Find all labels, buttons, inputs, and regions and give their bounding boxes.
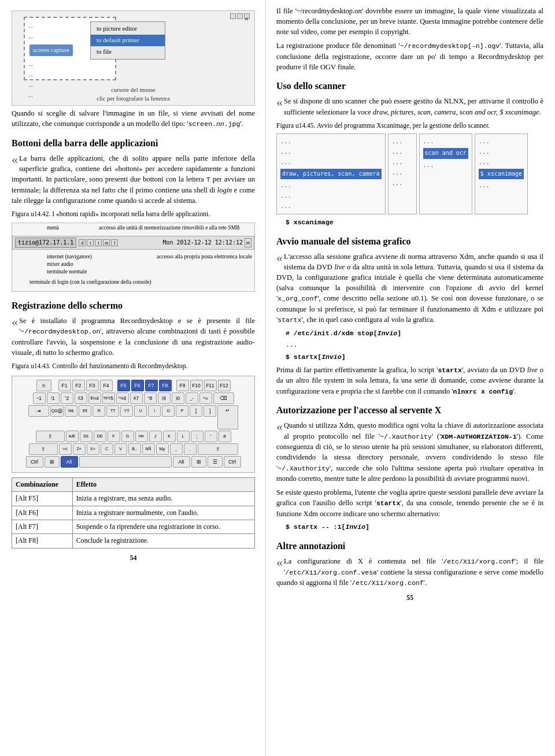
key-row-numbers: ¬1 !1 "2 £3 $¼4 %½5 ^¾6 &7 *8 (9 )0 _- +… (16, 392, 251, 404)
key-f: F (108, 431, 120, 442)
key-k: K (163, 431, 176, 442)
key-h: HÞ (135, 431, 148, 442)
key-e: E€ (79, 405, 91, 417)
key-slash: . (184, 443, 197, 455)
table-header-combinazione: Combinazione (12, 477, 73, 491)
key-g: G (121, 431, 134, 442)
key-o: O (162, 405, 175, 417)
xscan-dots-4d: ... (479, 180, 524, 191)
key-f9: F9 (176, 380, 189, 391)
table-cell-effect-2: Inizia a registrare normalmente, con l'a… (72, 506, 254, 520)
fig42-caption: Figura u14.42. I «bottoni rapidi» incorp… (12, 209, 255, 219)
fig43-caption: Figura u14.43. Controllo del funzionamen… (12, 361, 255, 371)
key-tab: ⇥ (28, 405, 49, 417)
quote-mark-right-1: « (276, 96, 283, 109)
left-column: × ... ... screen capture ... ... ... ... (0, 0, 266, 756)
screen-capture-menu: to picture editor to default printer to … (90, 21, 165, 60)
section-altre: Altre annotazioni (276, 539, 543, 553)
para-autorizzazione: « Quando si utilizza Xdm, questo modific… (276, 420, 543, 484)
key-semicolon: ; (191, 431, 204, 442)
annotation-menu: menù (47, 224, 59, 232)
para-scanner: « Se si dispone di uno scanner che può e… (276, 96, 543, 117)
xscan-dots-4a: ... (479, 136, 524, 147)
page-number-left: 54 (12, 553, 255, 563)
page-number-right: 55 (276, 593, 543, 603)
wm-btn-m: m (103, 239, 110, 246)
quote-mark-right-3: « (276, 420, 283, 433)
key-row-zxcv: ⇧ >< Z« X> C V B.. NÑ Mμ , . ⇧ (16, 443, 251, 455)
dots-line4: ... (28, 70, 112, 79)
dots-line3: ... (28, 60, 112, 69)
section-autorizzazione: Autorizzazione per l'accesso al servente… (276, 403, 543, 417)
key-esc: ⎋ (36, 380, 51, 391)
xscan-dots-2c: ... (392, 157, 413, 168)
xscan-dots-1a: ... (280, 136, 382, 147)
screen-capture-figure: × ... ... screen capture ... ... ... ... (12, 10, 255, 106)
table-cell-combo-3: [Alt F7] (12, 520, 73, 533)
key-m: NÑ (142, 443, 155, 455)
quote-mark-1: « (12, 153, 18, 166)
key-j: J (149, 431, 162, 442)
table-cell-combo-4: [Alt F8] (12, 534, 73, 548)
para-autorizzazione-2: Se esiste questo problema, l'utente che … (276, 487, 543, 519)
taskbar-hostname: tizio@172.17.1.1 (15, 238, 76, 249)
cmd-block-startx2: $ startx -- :1[Invio] (286, 522, 543, 532)
cmd-block-dots: ... (286, 340, 543, 350)
annotation-internet: internet (navigatore) (47, 253, 92, 261)
key-capslock: ⇪ (36, 431, 65, 442)
xscan-dots-1f: ... (280, 201, 382, 212)
key-menu: ☰ (208, 456, 223, 468)
keyboard-illustration: ⎋ F1 F2 F3 F4 F5 F6 F7 F8 F9 F10 F11 F12… (12, 376, 255, 473)
key-i: I (148, 405, 161, 417)
key-row-bottom: Ctrl ⊞ Alt Alt ⊞ ☰ Ctrl (16, 456, 251, 468)
wm-btn-l: l (111, 239, 118, 246)
key-f4: F4 (100, 380, 113, 391)
table-cell-combo-1: [Alt F5] (12, 492, 73, 506)
key-space (79, 456, 172, 468)
annotation-login: terminale di login (con la configurazion… (29, 279, 151, 287)
key-q: QΩ@ (50, 405, 64, 417)
wm-btn-t1: t (87, 239, 94, 246)
table-cell-effect-4: Conclude la registrazione. (72, 534, 254, 548)
xscan-menu-item-xscan: $ xscanimage (479, 169, 524, 180)
key-4: $¼4 (88, 392, 101, 404)
key-w: WŁ (65, 405, 77, 417)
key-lshift: ⇧ (29, 443, 58, 455)
key-a: AÆ (66, 431, 79, 442)
close-btn: × (244, 13, 250, 19)
taskbar-wm-buttons: d t t m l (79, 239, 118, 246)
maximize-btn (237, 13, 243, 19)
wm-btn-d: d (79, 239, 86, 246)
key-8: *8 (144, 392, 157, 404)
key-rbracket: ] (204, 405, 216, 417)
table-row-alt-f5: [Alt F5] Inizia a registrare, ma senza a… (12, 492, 255, 506)
cmd-block-startx: $ startx[Invio] (286, 353, 543, 362)
key-s: Sß (80, 431, 92, 442)
key-apostrophe: ' (205, 431, 217, 442)
key-f10: F10 (190, 380, 203, 391)
key-f3: F3 (86, 380, 99, 391)
menu-item-picture-editor: to picture editor (91, 23, 165, 35)
key-alt-r: Alt (173, 456, 190, 468)
xscanimage-illustration: ... ... ... draw, pictures, scan, camera… (276, 134, 543, 214)
key-ctrl-l: Ctrl (26, 456, 43, 468)
cmd-dots: ... (286, 340, 543, 350)
key-3: £3 (75, 392, 87, 404)
section-bottoni: Bottoni della barra delle applicazioni (12, 136, 255, 150)
key-combinations-table: Combinazione Effetto [Alt F5] Inizia a r… (12, 477, 255, 549)
section-scanner: Uso dello scanner (276, 79, 543, 92)
para-bottoni: « La barra delle applicazioni, che di so… (12, 153, 255, 206)
table-cell-combo-2: [Alt F6] (12, 506, 73, 520)
table-row-alt-f8: [Alt F8] Conclude la registrazione. (12, 534, 255, 548)
para-startx: Prima di far partire effettivamente la g… (276, 365, 543, 396)
datetime-text: Mon 2012-12-12 12:12:12 (162, 239, 242, 247)
key-z: >< (59, 443, 72, 455)
xscan-dots-1c: ... (280, 157, 382, 168)
xscan-dots-4b: ... (479, 147, 524, 157)
wm-btn-t2: t (95, 239, 102, 246)
xscan-panel-3: ... scan and ocr ... (419, 134, 472, 214)
taskbar-illustration: menù accesso alle unità di memorizzazion… (12, 223, 255, 292)
table-cell-effect-3: Sospende o fa riprendere una registrazio… (72, 520, 254, 533)
key-u: U (134, 405, 147, 417)
key-backspace: ⌫ (213, 392, 234, 404)
